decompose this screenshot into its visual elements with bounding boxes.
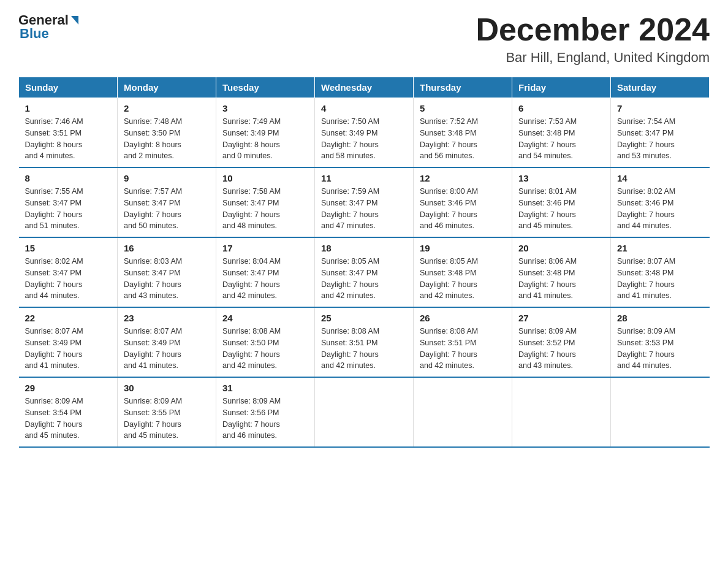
- calendar-cell: 20 Sunrise: 8:06 AMSunset: 3:48 PMDaylig…: [512, 237, 611, 307]
- calendar-cell: 6 Sunrise: 7:53 AMSunset: 3:48 PMDayligh…: [512, 98, 611, 168]
- day-number: 4: [321, 103, 407, 113]
- day-number: 7: [617, 103, 703, 113]
- calendar-cell: 9 Sunrise: 7:57 AMSunset: 3:47 PMDayligh…: [118, 167, 216, 237]
- day-info: Sunrise: 8:08 AMSunset: 3:50 PMDaylight:…: [222, 326, 308, 372]
- day-info: Sunrise: 8:02 AMSunset: 3:47 PMDaylight:…: [25, 256, 112, 302]
- day-number: 17: [222, 243, 308, 253]
- calendar-cell: 10 Sunrise: 7:58 AMSunset: 3:47 PMDaylig…: [216, 167, 315, 237]
- calendar-cell: [315, 377, 414, 447]
- day-info: Sunrise: 7:58 AMSunset: 3:47 PMDaylight:…: [222, 186, 308, 232]
- day-number: 2: [124, 103, 210, 113]
- day-info: Sunrise: 8:09 AMSunset: 3:52 PMDaylight:…: [518, 326, 604, 372]
- calendar-week-row: 22 Sunrise: 8:07 AMSunset: 3:49 PMDaylig…: [19, 307, 710, 377]
- day-number: 31: [222, 383, 308, 393]
- col-sunday: Sunday: [19, 77, 118, 98]
- logo-blue: Blue: [20, 26, 49, 42]
- logo: General Blue: [18, 12, 78, 42]
- day-number: 11: [321, 173, 407, 183]
- calendar-cell: 8 Sunrise: 7:55 AMSunset: 3:47 PMDayligh…: [19, 167, 118, 237]
- day-number: 18: [321, 243, 407, 253]
- day-info: Sunrise: 7:54 AMSunset: 3:47 PMDaylight:…: [617, 116, 703, 162]
- col-friday: Friday: [512, 77, 611, 98]
- day-number: 16: [124, 243, 210, 253]
- day-info: Sunrise: 8:03 AMSunset: 3:47 PMDaylight:…: [124, 256, 210, 302]
- calendar-cell: 29 Sunrise: 8:09 AMSunset: 3:54 PMDaylig…: [19, 377, 118, 447]
- calendar-cell: 18 Sunrise: 8:05 AMSunset: 3:47 PMDaylig…: [315, 237, 414, 307]
- calendar-cell: 22 Sunrise: 8:07 AMSunset: 3:49 PMDaylig…: [19, 307, 118, 377]
- day-number: 3: [222, 103, 308, 113]
- day-info: Sunrise: 8:09 AMSunset: 3:53 PMDaylight:…: [617, 326, 703, 372]
- col-tuesday: Tuesday: [216, 77, 315, 98]
- calendar-cell: 12 Sunrise: 8:00 AMSunset: 3:46 PMDaylig…: [414, 167, 512, 237]
- day-number: 5: [420, 103, 506, 113]
- day-info: Sunrise: 8:02 AMSunset: 3:46 PMDaylight:…: [617, 186, 703, 232]
- calendar-cell: 2 Sunrise: 7:48 AMSunset: 3:50 PMDayligh…: [118, 98, 216, 168]
- day-number: 15: [25, 243, 112, 253]
- day-number: 29: [25, 383, 112, 393]
- calendar-cell: 16 Sunrise: 8:03 AMSunset: 3:47 PMDaylig…: [118, 237, 216, 307]
- calendar-cell: 4 Sunrise: 7:50 AMSunset: 3:49 PMDayligh…: [315, 98, 414, 168]
- day-info: Sunrise: 8:04 AMSunset: 3:47 PMDaylight:…: [222, 256, 308, 302]
- logo-arrow-icon: [71, 16, 78, 25]
- calendar-cell: 11 Sunrise: 7:59 AMSunset: 3:47 PMDaylig…: [315, 167, 414, 237]
- day-number: 30: [124, 383, 210, 393]
- day-info: Sunrise: 8:00 AMSunset: 3:46 PMDaylight:…: [420, 186, 506, 232]
- day-info: Sunrise: 8:01 AMSunset: 3:46 PMDaylight:…: [518, 186, 604, 232]
- main-title: December 2024: [476, 12, 710, 47]
- day-number: 6: [518, 103, 604, 113]
- calendar-cell: 31 Sunrise: 8:09 AMSunset: 3:56 PMDaylig…: [216, 377, 315, 447]
- day-info: Sunrise: 7:50 AMSunset: 3:49 PMDaylight:…: [321, 116, 407, 162]
- day-number: 27: [518, 313, 604, 323]
- col-thursday: Thursday: [414, 77, 512, 98]
- day-info: Sunrise: 8:05 AMSunset: 3:47 PMDaylight:…: [321, 256, 407, 302]
- day-info: Sunrise: 8:07 AMSunset: 3:49 PMDaylight:…: [124, 326, 210, 372]
- subtitle: Bar Hill, England, United Kingdom: [476, 50, 710, 66]
- calendar-cell: 27 Sunrise: 8:09 AMSunset: 3:52 PMDaylig…: [512, 307, 611, 377]
- day-info: Sunrise: 7:53 AMSunset: 3:48 PMDaylight:…: [518, 116, 604, 162]
- calendar-cell: 15 Sunrise: 8:02 AMSunset: 3:47 PMDaylig…: [19, 237, 118, 307]
- page-header: General Blue December 2024 Bar Hill, Eng…: [18, 12, 710, 66]
- day-number: 26: [420, 313, 506, 323]
- calendar-header-row: Sunday Monday Tuesday Wednesday Thursday…: [19, 77, 710, 98]
- col-saturday: Saturday: [611, 77, 710, 98]
- calendar-cell: [414, 377, 512, 447]
- day-number: 28: [617, 313, 703, 323]
- day-info: Sunrise: 7:55 AMSunset: 3:47 PMDaylight:…: [25, 186, 112, 232]
- calendar-cell: 5 Sunrise: 7:52 AMSunset: 3:48 PMDayligh…: [414, 98, 512, 168]
- calendar-cell: 19 Sunrise: 8:05 AMSunset: 3:48 PMDaylig…: [414, 237, 512, 307]
- calendar-week-row: 15 Sunrise: 8:02 AMSunset: 3:47 PMDaylig…: [19, 237, 710, 307]
- day-number: 14: [617, 173, 703, 183]
- day-number: 13: [518, 173, 604, 183]
- day-info: Sunrise: 8:09 AMSunset: 3:55 PMDaylight:…: [124, 396, 210, 442]
- day-info: Sunrise: 8:05 AMSunset: 3:48 PMDaylight:…: [420, 256, 506, 302]
- col-monday: Monday: [118, 77, 216, 98]
- calendar-week-row: 1 Sunrise: 7:46 AMSunset: 3:51 PMDayligh…: [19, 98, 710, 168]
- day-number: 21: [617, 243, 703, 253]
- day-info: Sunrise: 8:08 AMSunset: 3:51 PMDaylight:…: [321, 326, 407, 372]
- calendar-table: Sunday Monday Tuesday Wednesday Thursday…: [18, 77, 710, 448]
- calendar-cell: 1 Sunrise: 7:46 AMSunset: 3:51 PMDayligh…: [19, 98, 118, 168]
- day-info: Sunrise: 8:08 AMSunset: 3:51 PMDaylight:…: [420, 326, 506, 372]
- day-number: 24: [222, 313, 308, 323]
- calendar-cell: 13 Sunrise: 8:01 AMSunset: 3:46 PMDaylig…: [512, 167, 611, 237]
- calendar-cell: [611, 377, 710, 447]
- day-info: Sunrise: 7:57 AMSunset: 3:47 PMDaylight:…: [124, 186, 210, 232]
- calendar-cell: 23 Sunrise: 8:07 AMSunset: 3:49 PMDaylig…: [118, 307, 216, 377]
- day-number: 20: [518, 243, 604, 253]
- day-info: Sunrise: 8:07 AMSunset: 3:48 PMDaylight:…: [617, 256, 703, 302]
- title-block: December 2024 Bar Hill, England, United …: [476, 12, 710, 66]
- day-number: 19: [420, 243, 506, 253]
- calendar-cell: 17 Sunrise: 8:04 AMSunset: 3:47 PMDaylig…: [216, 237, 315, 307]
- day-info: Sunrise: 7:52 AMSunset: 3:48 PMDaylight:…: [420, 116, 506, 162]
- calendar-cell: 24 Sunrise: 8:08 AMSunset: 3:50 PMDaylig…: [216, 307, 315, 377]
- day-number: 12: [420, 173, 506, 183]
- day-number: 23: [124, 313, 210, 323]
- calendar-week-row: 29 Sunrise: 8:09 AMSunset: 3:54 PMDaylig…: [19, 377, 710, 447]
- calendar-cell: 30 Sunrise: 8:09 AMSunset: 3:55 PMDaylig…: [118, 377, 216, 447]
- day-number: 22: [25, 313, 112, 323]
- day-info: Sunrise: 7:59 AMSunset: 3:47 PMDaylight:…: [321, 186, 407, 232]
- day-info: Sunrise: 7:49 AMSunset: 3:49 PMDaylight:…: [222, 116, 308, 162]
- day-number: 1: [25, 103, 112, 113]
- calendar-cell: 7 Sunrise: 7:54 AMSunset: 3:47 PMDayligh…: [611, 98, 710, 168]
- day-info: Sunrise: 8:06 AMSunset: 3:48 PMDaylight:…: [518, 256, 604, 302]
